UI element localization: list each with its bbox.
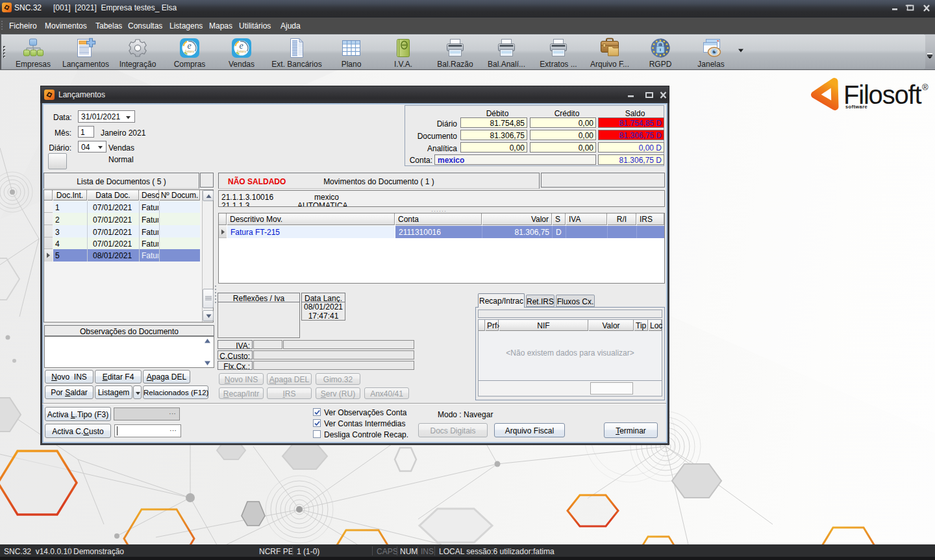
svg-text:fatura: fatura	[237, 49, 246, 53]
svg-text:®: ®	[922, 82, 929, 92]
svg-text:software: software	[845, 104, 867, 110]
svg-text:fatura: fatura	[185, 49, 194, 53]
